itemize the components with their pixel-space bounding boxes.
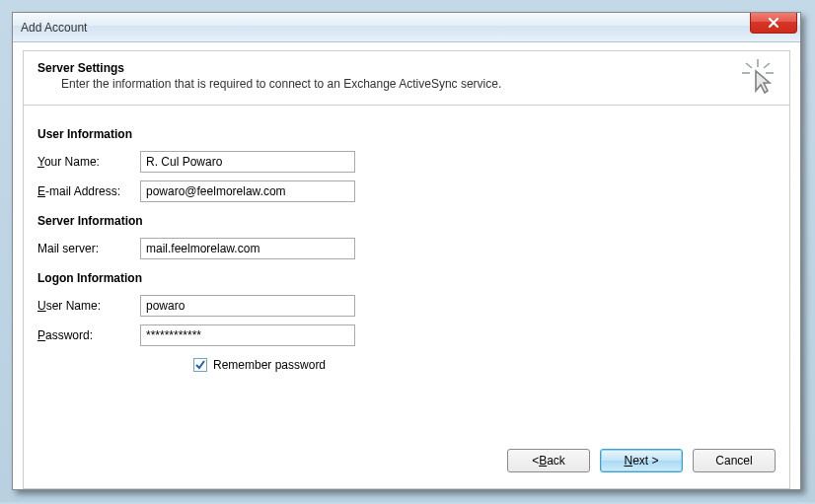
header-title: Server Settings <box>37 61 776 75</box>
password-row: Password: <box>37 324 776 346</box>
remember-password-checkbox[interactable] <box>193 358 207 372</box>
svg-line-3 <box>746 63 752 68</box>
close-button[interactable] <box>750 13 797 34</box>
logon-information-heading: Logon Information <box>37 271 776 285</box>
mail-server-field[interactable] <box>140 238 355 259</box>
header-panel: Server Settings Enter the information th… <box>23 50 790 106</box>
content-area: User Information Your Name: E-mail Addre… <box>23 106 790 489</box>
mail-server-label: Mail server: <box>37 242 140 255</box>
email-label: E-mail Address: <box>37 184 140 198</box>
add-account-window: Add Account Server Settings Enter the in… <box>12 12 801 490</box>
your-name-field[interactable] <box>140 151 355 173</box>
titlebar[interactable]: Add Account <box>13 13 800 42</box>
checkmark-icon <box>194 359 206 371</box>
remember-password-label[interactable]: Remember password <box>213 358 326 372</box>
user-name-label: User Name: <box>37 299 140 313</box>
svg-line-4 <box>764 63 770 68</box>
next-button[interactable]: Next > <box>600 449 683 472</box>
email-row: E-mail Address: <box>37 180 776 202</box>
user-information-heading: User Information <box>37 127 776 141</box>
user-name-field[interactable] <box>140 295 355 317</box>
your-name-row: Your Name: <box>37 151 776 173</box>
cursor-click-icon <box>738 57 778 97</box>
window-title: Add Account <box>21 21 87 35</box>
remember-password-row: Remember password <box>193 358 776 372</box>
mail-server-row: Mail server: <box>37 238 776 259</box>
button-row: < Back Next > Cancel <box>37 445 776 480</box>
server-information-heading: Server Information <box>37 214 776 228</box>
email-field[interactable] <box>140 180 355 202</box>
password-label: Password: <box>37 328 140 342</box>
password-field[interactable] <box>140 324 355 346</box>
your-name-label: Your Name: <box>37 155 140 169</box>
user-name-row: User Name: <box>37 295 776 317</box>
back-button[interactable]: < Back <box>507 449 590 472</box>
cancel-button[interactable]: Cancel <box>693 449 776 472</box>
close-icon <box>767 17 780 29</box>
header-description: Enter the information that is required t… <box>61 77 776 91</box>
